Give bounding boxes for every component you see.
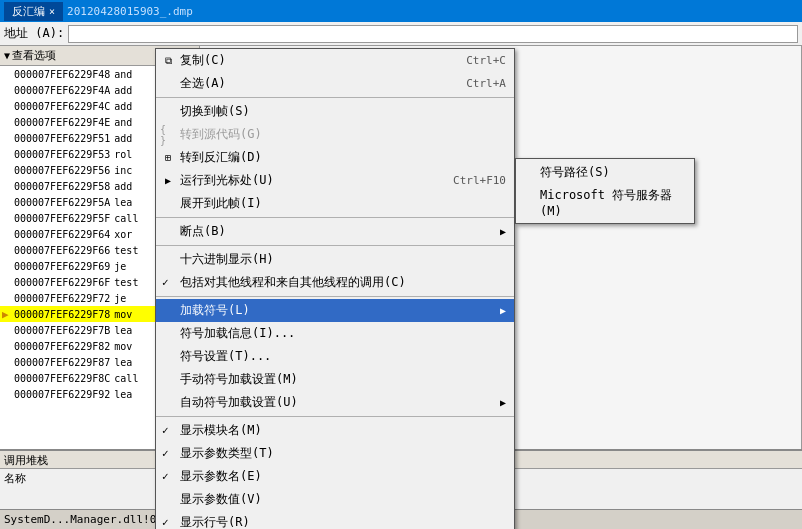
disasm-addr: 000007FEF6229F5A xyxy=(14,197,110,208)
submenu-arrow-icon: ▶ xyxy=(500,226,506,237)
checkmark-icon: ✓ xyxy=(162,470,169,483)
disasm-addr: 000007FEF6229F92 xyxy=(14,389,110,400)
menu-item-label: 展开到此帧(I) xyxy=(180,195,262,212)
menu-item-show_param_name[interactable]: ✓显示参数名(E) xyxy=(156,465,514,488)
menu-separator xyxy=(156,245,514,246)
disasm-mnemonic: and xyxy=(114,69,132,80)
copy-icon: ⧉ xyxy=(160,53,176,69)
checkmark-icon: ✓ xyxy=(162,276,169,289)
menu-item-symbol_settings[interactable]: 符号设置(T)... xyxy=(156,345,514,368)
disasm-mnemonic: lea xyxy=(114,389,132,400)
col-name-label: 名称 xyxy=(4,472,26,485)
disasm-mnemonic: lea xyxy=(114,325,132,336)
checkmark-icon: ✓ xyxy=(162,424,169,437)
menu-item-label: 符号加载信息(I)... xyxy=(180,325,295,342)
checkmark-icon: ✓ xyxy=(162,516,169,529)
expand-arrow-icon: ▼ xyxy=(4,50,10,61)
submenu-arrow-icon: ▶ xyxy=(500,397,506,408)
disasm-addr: 000007FEF6229F66 xyxy=(14,245,110,256)
menu-item-label: 显示行号(R) xyxy=(180,514,250,529)
disasm-mnemonic: test xyxy=(114,277,138,288)
disasm-addr: 000007FEF6229F58 xyxy=(14,181,110,192)
submenu-item-ms_symbol_server[interactable]: Microsoft 符号服务器(M) xyxy=(516,184,694,221)
disasm-mnemonic: and xyxy=(114,117,132,128)
menu-item-label: 自动符号加载设置(U) xyxy=(180,394,298,411)
menu-item-label: 十六进制显示(H) xyxy=(180,251,274,268)
menu-item-label: 手动符号加载设置(M) xyxy=(180,371,298,388)
menu-item-include_calls[interactable]: ✓包括对其他线程和来自其他线程的调用(C) xyxy=(156,271,514,294)
menu-item-symbol_info[interactable]: 符号加载信息(I)... xyxy=(156,322,514,345)
row-indicator: ▶ xyxy=(2,308,14,321)
menu-item-label: 转到反汇编(D) xyxy=(180,149,262,166)
disasm-addr: 000007FEF6229F72 xyxy=(14,293,110,304)
disasm-addr: 000007FEF6229F64 xyxy=(14,229,110,240)
menu-item-label: 包括对其他线程和来自其他线程的调用(C) xyxy=(180,274,406,291)
disasm-addr: 000007FEF6229F51 xyxy=(14,133,110,144)
menu-item-label: 转到源代码(G) xyxy=(180,126,262,143)
disasm-icon: ⊞ xyxy=(160,150,176,166)
disasm-addr: 000007FEF6229F48 xyxy=(14,69,110,80)
menu-item-show_param_value[interactable]: 显示参数值(V) xyxy=(156,488,514,511)
menu-item-label: 运行到光标处(U) xyxy=(180,172,274,189)
menu-item-goto_disasm[interactable]: ⊞转到反汇编(D) xyxy=(156,146,514,169)
disasm-mnemonic: add xyxy=(114,101,132,112)
menu-item-label: 符号设置(T)... xyxy=(180,348,271,365)
disasm-mnemonic: je xyxy=(114,293,126,304)
menu-item-auto_symbol_load[interactable]: 自动符号加载设置(U)▶ xyxy=(156,391,514,414)
menu-item-label: 显示参数名(E) xyxy=(180,468,262,485)
menu-item-expand_frame[interactable]: 展开到此帧(I) xyxy=(156,192,514,215)
menu-separator xyxy=(156,416,514,417)
disasm-addr: 000007FEF6229F53 xyxy=(14,149,110,160)
disasm-header-label: 查看选项 xyxy=(12,48,56,63)
menu-separator xyxy=(156,296,514,297)
disasm-addr: 000007FEF6229F82 xyxy=(14,341,110,352)
context-menu: ⧉复制(C)Ctrl+C全选(A)Ctrl+A切换到帧(S){ }转到源代码(G… xyxy=(155,48,515,529)
menu-item-run_to_cursor[interactable]: ▶运行到光标处(U)Ctrl+F10 xyxy=(156,169,514,192)
submenu-arrow-icon: ▶ xyxy=(500,305,506,316)
disasm-addr: 000007FEF6229F4A xyxy=(14,85,110,96)
menu-shortcut: Ctrl+A xyxy=(466,77,506,90)
disasm-mnemonic: xor xyxy=(114,229,132,240)
menu-shortcut: Ctrl+F10 xyxy=(453,174,506,187)
menu-item-breakpoint[interactable]: 断点(B)▶ xyxy=(156,220,514,243)
run-icon: ▶ xyxy=(160,173,176,189)
menu-item-label: 显示参数类型(T) xyxy=(180,445,274,462)
disasm-mnemonic: inc xyxy=(114,165,132,176)
menu-item-show_param_type[interactable]: ✓显示参数类型(T) xyxy=(156,442,514,465)
disasm-tab[interactable]: 反汇编 × xyxy=(4,2,63,21)
address-label: 地址 (A): xyxy=(4,25,64,42)
menu-item-show_module[interactable]: ✓显示模块名(M) xyxy=(156,419,514,442)
menu-item-label: 断点(B) xyxy=(180,223,226,240)
disasm-mnemonic: call xyxy=(114,373,138,384)
menu-item-load_symbol[interactable]: 加载符号(L)▶ xyxy=(156,299,514,322)
menu-item-label: 显示模块名(M) xyxy=(180,422,262,439)
disasm-mnemonic: je xyxy=(114,261,126,272)
disasm-addr: 000007FEF6229F6F xyxy=(14,277,110,288)
address-bar: 地址 (A): xyxy=(0,22,802,46)
disasm-mnemonic: mov xyxy=(114,309,132,320)
disasm-mnemonic: lea xyxy=(114,357,132,368)
address-input[interactable] xyxy=(68,25,798,43)
menu-item-label: 显示参数值(V) xyxy=(180,491,262,508)
menu-item-show_line[interactable]: ✓显示行号(R) xyxy=(156,511,514,529)
menu-item-manual_symbol_load[interactable]: 手动符号加载设置(M) xyxy=(156,368,514,391)
submenu-item-symbol_path[interactable]: 符号路径(S) xyxy=(516,161,694,184)
disasm-addr: 000007FEF6229F4C xyxy=(14,101,110,112)
menu-item-switch_frame[interactable]: 切换到帧(S) xyxy=(156,100,514,123)
menu-shortcut: Ctrl+C xyxy=(466,54,506,67)
menu-item-copy[interactable]: ⧉复制(C)Ctrl+C xyxy=(156,49,514,72)
menu-item-hex_display[interactable]: 十六进制显示(H) xyxy=(156,248,514,271)
filename-label: 20120428015903_.dmp xyxy=(67,5,798,18)
disasm-mnemonic: lea xyxy=(114,197,132,208)
disasm-addr: 000007FEF6229F5F xyxy=(14,213,110,224)
close-tab-button[interactable]: × xyxy=(49,6,55,17)
disasm-addr: 000007FEF6229F56 xyxy=(14,165,110,176)
menu-item-select_all[interactable]: 全选(A)Ctrl+A xyxy=(156,72,514,95)
menu-item-label: 全选(A) xyxy=(180,75,226,92)
disasm-mnemonic: add xyxy=(114,85,132,96)
disasm-addr: 000007FEF6229F8C xyxy=(14,373,110,384)
disasm-addr: 000007FEF6229F87 xyxy=(14,357,110,368)
submenu-item-label: 符号路径(S) xyxy=(540,164,610,181)
submenu-item-label: Microsoft 符号服务器(M) xyxy=(540,187,686,218)
disasm-mnemonic: rol xyxy=(114,149,132,160)
